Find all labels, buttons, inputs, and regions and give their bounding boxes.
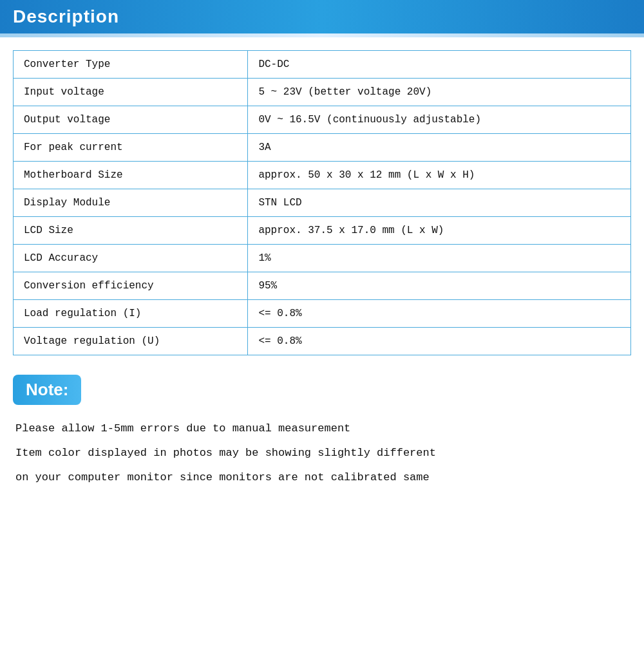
table-row: LCD Accuracy1% <box>14 245 631 272</box>
row-value: approx. 50 x 30 x 12 mm (L x W x H) <box>248 162 631 189</box>
table-row: Load regulation (I)<= 0.8% <box>14 300 631 328</box>
row-value: 0V ~ 16.5V (continuously adjustable) <box>248 106 631 134</box>
description-header: Description <box>0 0 644 33</box>
row-label: Motherboard Size <box>14 162 248 189</box>
row-value: DC-DC <box>248 51 631 79</box>
row-label: For peak current <box>14 134 248 162</box>
row-label: Display Module <box>14 189 248 217</box>
row-value: 5 ~ 23V (better voltage 20V) <box>248 79 631 106</box>
note-badge: Note: <box>13 375 81 405</box>
row-value: <= 0.8% <box>248 328 631 355</box>
row-label: Output voltage <box>14 106 248 134</box>
row-label: Input voltage <box>14 79 248 106</box>
note-section: Note: Please allow 1-5mm errors due to m… <box>0 375 644 489</box>
row-value: 3A <box>248 134 631 162</box>
row-label: Load regulation (I) <box>14 300 248 328</box>
table-row: Input voltage5 ~ 23V (better voltage 20V… <box>14 79 631 106</box>
specs-table: Converter TypeDC-DCInput voltage5 ~ 23V … <box>13 50 631 355</box>
row-value: STN LCD <box>248 189 631 217</box>
table-row: Output voltage0V ~ 16.5V (continuously a… <box>14 106 631 134</box>
note-line: Item color displayed in photos may be sh… <box>15 442 631 464</box>
row-value: approx. 37.5 x 17.0 mm (L x W) <box>248 217 631 245</box>
table-row: Conversion efficiency95% <box>14 272 631 300</box>
row-value: 1% <box>248 245 631 272</box>
note-text: Please allow 1-5mm errors due to manual … <box>15 418 631 489</box>
table-row: Motherboard Sizeapprox. 50 x 30 x 12 mm … <box>14 162 631 189</box>
row-label: LCD Size <box>14 217 248 245</box>
table-row: Display ModuleSTN LCD <box>14 189 631 217</box>
row-label: Conversion efficiency <box>14 272 248 300</box>
row-value: 95% <box>248 272 631 300</box>
table-row: For peak current3A <box>14 134 631 162</box>
header-underline <box>0 33 644 37</box>
table-row: Voltage regulation (U)<= 0.8% <box>14 328 631 355</box>
note-line: on your computer monitor since monitors … <box>15 467 631 489</box>
row-label: Converter Type <box>14 51 248 79</box>
row-value: <= 0.8% <box>248 300 631 328</box>
table-row: Converter TypeDC-DC <box>14 51 631 79</box>
table-row: LCD Sizeapprox. 37.5 x 17.0 mm (L x W) <box>14 217 631 245</box>
row-label: Voltage regulation (U) <box>14 328 248 355</box>
row-label: LCD Accuracy <box>14 245 248 272</box>
header-title: Description <box>13 6 119 26</box>
note-line: Please allow 1-5mm errors due to manual … <box>15 418 631 440</box>
